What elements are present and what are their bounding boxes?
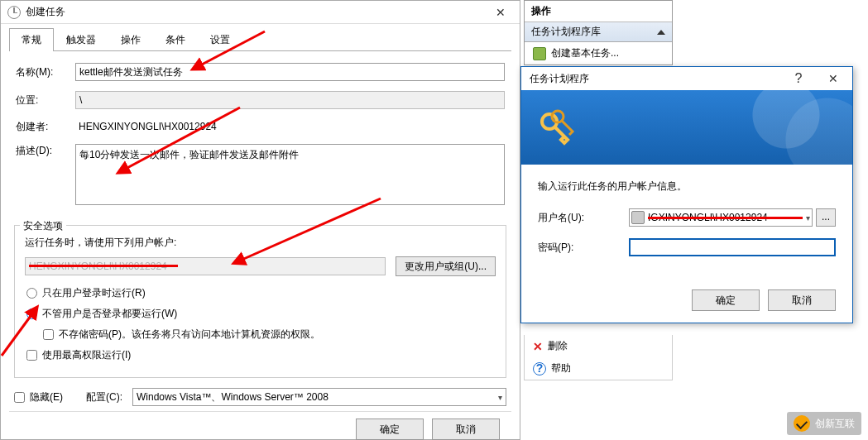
chevron-down-icon: ▾: [498, 393, 502, 402]
tab-settings[interactable]: 设置: [198, 28, 242, 51]
config-value: Windows Vista™、Windows Server™ 2008: [137, 390, 328, 404]
ok-button[interactable]: 确定: [356, 418, 424, 440]
action-delete[interactable]: ✕ 删除: [525, 335, 672, 357]
password-label: 密码(P):: [538, 241, 629, 255]
check-highest-priv-input[interactable]: [26, 350, 37, 361]
cred-title-bar: 任务计划程序 ? ✕: [521, 67, 852, 90]
actions-group[interactable]: 任务计划程序库: [525, 22, 672, 42]
location-label: 位置:: [16, 93, 75, 108]
cred-instruction: 输入运行此任务的用户帐户信息。: [538, 179, 836, 194]
radio-logged-on-input[interactable]: [26, 288, 37, 299]
task-icon: [533, 47, 546, 60]
tab-general[interactable]: 常规: [9, 28, 54, 51]
change-user-button[interactable]: 更改用户或组(U)...: [396, 256, 496, 276]
cred-cancel-button[interactable]: 取消: [768, 289, 836, 311]
chevron-down-icon: ▾: [806, 213, 810, 222]
name-input[interactable]: [75, 63, 505, 81]
cred-title: 任务计划程序: [530, 72, 781, 86]
description-label: 描述(D):: [16, 144, 75, 158]
location-input: [75, 91, 505, 109]
check-hidden[interactable]: 隐藏(E): [14, 390, 63, 404]
action-create-basic[interactable]: 创建基本任务...: [525, 42, 672, 65]
config-label: 配置(C):: [86, 390, 122, 404]
actions-header: 操作: [525, 1, 672, 22]
window-title: 创建任务: [26, 5, 483, 19]
clock-icon: [7, 6, 21, 19]
cred-ok-button[interactable]: 确定: [692, 289, 760, 311]
check-hidden-input[interactable]: [14, 392, 25, 403]
author-value: HENGXINYONGLI\HX0012924: [75, 119, 220, 134]
check-no-password[interactable]: 不存储密码(P)。该任务将只有访问本地计算机资源的权限。: [25, 328, 496, 342]
actions-panel: 操作 任务计划程序库 创建基本任务...: [524, 0, 673, 65]
cancel-button[interactable]: 取消: [432, 418, 500, 440]
security-options: 安全选项 运行任务时，请使用下列用户帐户: HENGXINYONGLI\HX00…: [14, 225, 506, 378]
name-label: 名称(M):: [16, 65, 75, 79]
radio-any-user-input[interactable]: [26, 308, 37, 319]
credentials-dialog: 任务计划程序 ? ✕ 输入运行此任务的用户帐户信息。 用户名(U): IGXIN…: [520, 66, 853, 323]
author-label: 创建者:: [16, 120, 75, 134]
keys-icon: [536, 105, 578, 146]
help-button[interactable]: ?: [781, 71, 816, 86]
logo-icon: [794, 415, 810, 432]
actions-panel-bottom: ✕ 删除 ? 帮助: [524, 335, 673, 380]
help-icon: ?: [533, 362, 546, 375]
username-label: 用户名(U):: [538, 211, 629, 225]
tab-actions[interactable]: 操作: [108, 28, 153, 51]
delete-icon: ✕: [533, 341, 543, 352]
security-legend: 安全选项: [20, 219, 66, 233]
check-highest-priv[interactable]: 使用最高权限运行(I): [25, 348, 496, 362]
title-bar: 创建任务 ✕: [1, 1, 520, 24]
close-icon[interactable]: ✕: [816, 72, 851, 85]
tab-strip: 常规 触发器 操作 条件 设置: [9, 27, 511, 51]
config-dropdown[interactable]: Windows Vista™、Windows Server™ 2008 ▾: [132, 388, 506, 406]
tab-triggers[interactable]: 触发器: [54, 28, 108, 51]
username-dropdown[interactable]: IGXINYONGLI\HX0012924 ▾: [629, 208, 813, 227]
password-input[interactable]: [629, 238, 836, 256]
runas-prompt: 运行任务时，请使用下列用户帐户:: [25, 236, 496, 250]
browse-user-button[interactable]: ...: [816, 208, 836, 227]
radio-any-user[interactable]: 不管用户是否登录都要运行(W): [25, 307, 496, 321]
collapse-icon: [657, 30, 665, 35]
close-icon[interactable]: ✕: [483, 2, 518, 23]
tab-conditions[interactable]: 条件: [153, 28, 198, 51]
runas-user: HENGXINYONGLI\HX0012924: [25, 257, 386, 275]
action-help[interactable]: ? 帮助: [525, 357, 672, 380]
description-input[interactable]: [75, 144, 505, 205]
create-task-dialog: 创建任务 ✕ 常规 触发器 操作 条件 设置 名称(M): 位置: 创建者: H…: [0, 0, 520, 440]
check-no-password-input[interactable]: [43, 329, 54, 340]
radio-logged-on[interactable]: 只在用户登录时运行(R): [25, 286, 496, 300]
watermark-logo: 创新互联: [787, 412, 861, 435]
cred-banner: [521, 90, 852, 165]
avatar-icon: [631, 211, 645, 224]
